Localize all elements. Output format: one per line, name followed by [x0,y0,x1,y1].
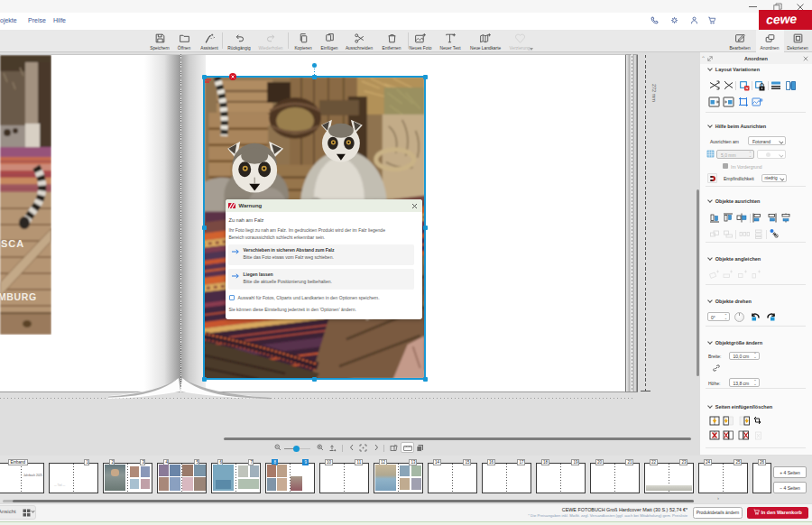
svg-text:SCA: SCA [1,238,24,249]
svg-text:MBURG: MBURG [0,291,37,302]
